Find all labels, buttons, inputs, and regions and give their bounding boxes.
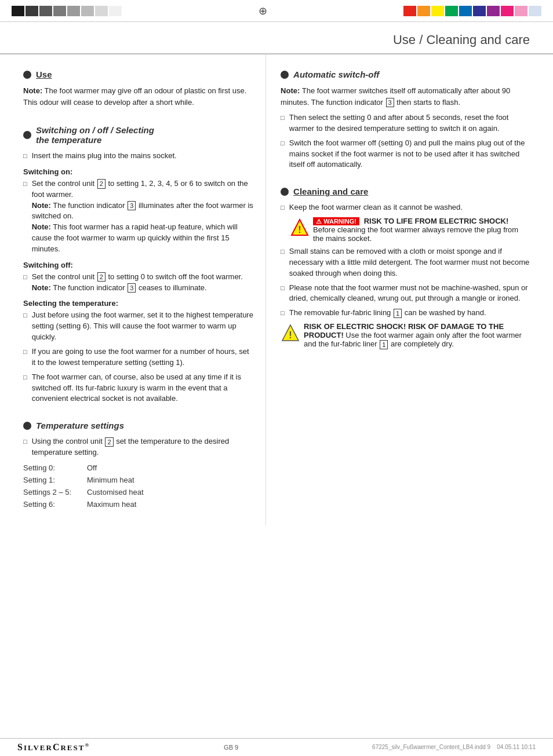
use-note: Note: The foot warmer may give off an od… xyxy=(23,85,254,108)
swatch-red xyxy=(403,6,416,16)
page-title: Use / Cleaning and care xyxy=(393,32,530,47)
cleaning-heading: Cleaning and care xyxy=(293,187,368,196)
filename-text: 67225_silv_Fußwaermer_Content_LB4.indd 9 xyxy=(372,744,490,750)
left-column: Use Note: The foot warmer may give off a… xyxy=(17,54,266,525)
swatch-light-pink xyxy=(515,6,527,16)
color-swatches-right xyxy=(403,6,541,16)
swatch-yellow xyxy=(431,6,444,16)
warning1-inner: ! ⚠ WARNING! RISK TO LIFE FROM ELECTRIC … xyxy=(290,217,530,243)
switching-bullet xyxy=(23,131,31,139)
cleaning-bullet2: □ xyxy=(281,247,285,279)
selecting-temp-subheading: Selecting the temperature: xyxy=(23,299,254,308)
swatch-light-gray xyxy=(67,6,80,16)
cleaning-item1: □ Keep the foot warmer clean as it canno… xyxy=(281,202,530,213)
silvercrest-logo: SilverCrest® xyxy=(17,742,90,753)
cleaning-bullet4: □ xyxy=(281,309,285,319)
swatch-green xyxy=(445,6,458,16)
function-indicator-ref-3b: 3 xyxy=(128,283,136,293)
auto-bullet2: □ xyxy=(281,139,285,171)
auto-text2: Switch the foot warmer off (setting 0) a… xyxy=(289,138,530,171)
select-temp-item3: □ The foot warmer can, of course, also b… xyxy=(23,372,254,405)
auto-note-label: Note: xyxy=(281,86,300,95)
warning2-block: ! RISK OF ELECTRIC SHOCK! RISK OF DAMAGE… xyxy=(281,322,530,349)
auto-switchoff-heading: Automatic switch-off xyxy=(293,70,379,79)
swatch-near-white xyxy=(109,6,122,16)
auto-text1: Then select the setting 0 and after abou… xyxy=(289,112,530,134)
note-label-2: Note: xyxy=(32,222,51,231)
switching-on-item1: □ Set the control unit 2 to setting 1, 2… xyxy=(23,178,254,255)
switching-on-text: Set the control unit 2 to setting 1, 2, … xyxy=(32,178,254,255)
fur-fabric-ref-1a: 1 xyxy=(394,309,402,318)
setting-1-value: Minimum heat xyxy=(87,475,134,485)
settings-table: Setting 0: Off Setting 1: Minimum heat S… xyxy=(23,463,254,510)
page-number: GB 9 xyxy=(224,744,238,751)
swatch-pink xyxy=(501,6,514,16)
cleaning-bullet1: □ xyxy=(281,203,285,213)
switching-section-heading: Switching on / off / Selectingthe temper… xyxy=(23,125,254,145)
auto-bullet1: □ xyxy=(281,114,285,134)
cleaning-text2: Small stains can be removed with a cloth… xyxy=(289,246,530,279)
cleaning-text4: The removable fur-fabric lining 1 can be… xyxy=(289,308,530,319)
insert-plug-text: Insert the mains plug into the mains soc… xyxy=(32,151,254,162)
switching-on-subheading: Switching on: xyxy=(23,167,254,176)
warning1-text: ⚠ WARNING! RISK TO LIFE FROM ELECTRIC SH… xyxy=(313,217,530,243)
setting-6-value: Maximum heat xyxy=(87,499,136,510)
warning1-label: ⚠ WARNING! xyxy=(313,217,359,225)
select-temp-text1: Just before using the foot warmer, set i… xyxy=(32,310,254,343)
temp-settings-intro-bullet: □ xyxy=(23,437,27,458)
control-unit-ref-2b: 2 xyxy=(97,272,105,282)
logo-registered: ® xyxy=(85,742,90,748)
setting-2-5-row: Settings 2 – 5: Customised heat xyxy=(23,487,254,498)
auto-switchoff-bullet xyxy=(281,71,289,79)
switching-on-bullet: □ xyxy=(23,180,27,255)
use-heading: Use xyxy=(36,70,52,79)
cleaning-bullet3: □ xyxy=(281,284,285,305)
select-temp-text2: If you are going to use the foot warmer … xyxy=(32,346,254,368)
setting-2-5-label: Settings 2 – 5: xyxy=(23,487,75,498)
color-bar: ⊕ xyxy=(0,0,553,22)
use-bullet xyxy=(23,71,31,79)
swatch-lighter-gray xyxy=(81,6,94,16)
select-temp-bullet1: □ xyxy=(23,311,27,343)
warning1-detail: Before cleaning the foot warmer always r… xyxy=(313,225,518,243)
setting-0-value: Off xyxy=(87,463,97,473)
right-column: Automatic switch-off Note: The foot warm… xyxy=(266,54,536,525)
setting-1-label: Setting 1: xyxy=(23,475,75,485)
function-indicator-ref-3c: 3 xyxy=(386,98,394,107)
warning1-block: ! ⚠ WARNING! RISK TO LIFE FROM ELECTRIC … xyxy=(290,217,530,243)
setting-0-row: Setting 0: Off xyxy=(23,463,254,473)
temp-settings-section-heading: Temperature settings xyxy=(23,421,254,430)
cleaning-item4: □ The removable fur-fabric lining 1 can … xyxy=(281,308,530,319)
file-info: 67225_silv_Fußwaermer_Content_LB4.indd 9… xyxy=(372,744,536,750)
note-label-3: Note: xyxy=(32,283,51,292)
auto-item1: □ Then select the setting 0 and after ab… xyxy=(281,112,530,134)
cleaning-item2: □ Small stains can be removed with a clo… xyxy=(281,246,530,279)
control-unit-ref-2c: 2 xyxy=(105,437,113,447)
switching-off-item1: □ Set the control unit 2 to setting 0 to… xyxy=(23,272,254,294)
page-footer: SilverCrest® GB 9 67225_silv_Fußwaermer_… xyxy=(0,738,553,756)
swatch-blue xyxy=(459,6,472,16)
warning1-icon: ! xyxy=(290,218,310,239)
switching-off-subheading: Switching off: xyxy=(23,261,254,269)
auto-item2: □ Switch the foot warmer off (setting 0)… xyxy=(281,138,530,171)
cleaning-section-heading: Cleaning and care xyxy=(281,187,530,196)
swatch-mid-gray xyxy=(53,6,66,16)
use-section-heading: Use xyxy=(23,70,254,79)
auto-switchoff-note: Note: The foot warmer switches itself of… xyxy=(281,85,530,108)
temp-settings-intro: □ Using the control unit 2 set the tempe… xyxy=(23,436,254,458)
function-indicator-ref-3a: 3 xyxy=(128,201,136,210)
cleaning-item3: □ Please note that the foot warmer must … xyxy=(281,283,530,305)
warning2-icon: ! xyxy=(281,323,300,349)
auto-switchoff-section-heading: Automatic switch-off xyxy=(281,70,530,79)
select-temp-item1: □ Just before using the foot warmer, set… xyxy=(23,310,254,343)
svg-text:!: ! xyxy=(298,225,301,235)
swatch-purple xyxy=(487,6,500,16)
use-note-bold: Note: xyxy=(23,86,42,95)
swatch-orange xyxy=(417,6,430,16)
select-temp-text3: The foot warmer can, of course, also be … xyxy=(32,372,254,405)
insert-plug-bullet: □ xyxy=(23,152,27,162)
warning2-text: RISK OF ELECTRIC SHOCK! RISK OF DAMAGE T… xyxy=(304,322,530,349)
fur-fabric-ref-1b: 1 xyxy=(380,340,388,349)
setting-2-5-value: Customised heat xyxy=(87,487,144,498)
color-swatches-left xyxy=(12,6,122,16)
